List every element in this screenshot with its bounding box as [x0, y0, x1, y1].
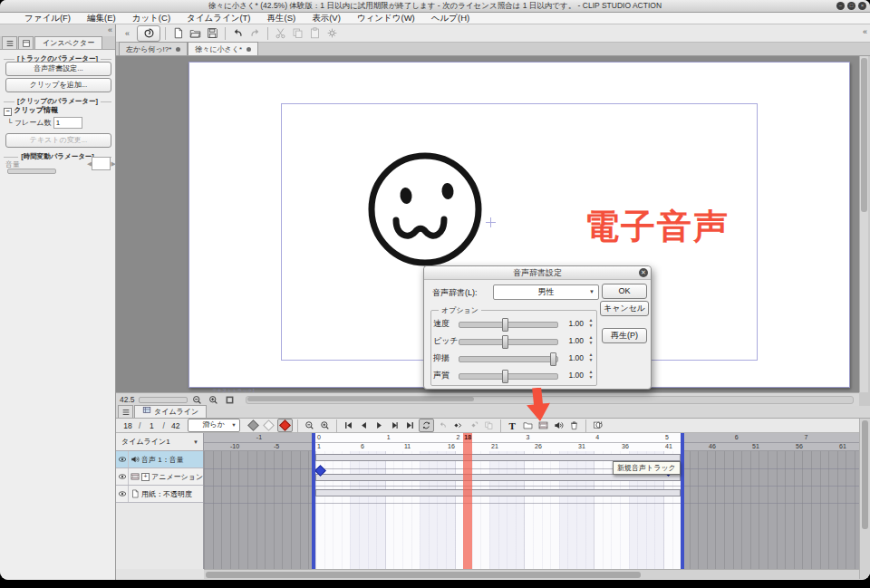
timeline-selector[interactable]: タイムライン1 ▼ — [116, 433, 203, 451]
keyframe-icon[interactable] — [246, 419, 260, 431]
slider-stepper[interactable]: ▲▼ — [587, 369, 594, 380]
new-text-track-button[interactable]: T — [506, 419, 519, 431]
slider-track[interactable] — [459, 339, 558, 345]
close-button[interactable]: × — [858, 2, 866, 10]
slider-track[interactable] — [459, 373, 558, 380]
menu-f[interactable]: ファイル(F) — [16, 13, 79, 24]
menu-w[interactable]: ウィンドウ(W) — [349, 13, 423, 24]
menu-c[interactable]: カット(C) — [124, 13, 179, 24]
volume-slider[interactable] — [7, 169, 56, 174]
timeline-zoom-out-button[interactable] — [303, 419, 316, 431]
undo-button[interactable] — [230, 26, 246, 41]
timeline-zoom-in-button[interactable] — [318, 419, 332, 431]
stepper-right-icon[interactable]: ▶ — [111, 158, 115, 170]
zoom-in-button[interactable] — [208, 394, 220, 405]
minimize-button[interactable]: − — [836, 2, 845, 10]
timeline-vscrollbar[interactable] — [859, 419, 870, 579]
clip-bar[interactable] — [315, 454, 681, 461]
volume-value-input[interactable] — [92, 157, 111, 170]
down-arrow-icon[interactable]: ▼ — [589, 340, 594, 345]
collapse-right-icon[interactable]: « — [863, 27, 867, 36]
zoom-slider[interactable] — [139, 397, 188, 403]
dictionary-select[interactable]: 男性 ▼ — [493, 284, 599, 300]
canvas-vscrollbar[interactable] — [859, 56, 868, 392]
canvas-hscroll-thumb[interactable] — [247, 397, 474, 401]
range-end-marker[interactable] — [681, 433, 684, 569]
eye-icon[interactable] — [116, 451, 129, 468]
clip-studio-logo-button[interactable] — [137, 25, 160, 42]
down-arrow-icon[interactable]: ▼ — [589, 357, 594, 362]
slider-track[interactable] — [459, 356, 558, 362]
go-to-end-button[interactable] — [403, 419, 417, 431]
onion-skin-button[interactable] — [591, 419, 604, 431]
open-file-button[interactable] — [188, 26, 203, 41]
keyframe-hollow-icon[interactable] — [262, 419, 276, 431]
enable-keyframe-edit-button[interactable] — [277, 419, 293, 432]
canvas-vscroll-thumb[interactable] — [861, 58, 867, 212]
track-row[interactable]: +アニメーションフォルダ — [116, 468, 203, 486]
maximize-button[interactable]: □ — [847, 2, 856, 10]
tab-inspector[interactable]: インスペクター — [34, 36, 102, 49]
end-frame-value[interactable]: 42 — [169, 421, 182, 430]
clip-info-node[interactable]: − クリップ情報 — [4, 105, 58, 116]
panel-window-tab[interactable] — [18, 36, 34, 49]
menu-s[interactable]: 再生(S) — [259, 13, 304, 24]
expand-icon[interactable]: + — [141, 473, 150, 481]
collapse-left-icon[interactable]: « — [108, 25, 112, 34]
frame-count-input[interactable]: 1 — [53, 117, 82, 129]
timeline-hscroll-thumb[interactable] — [206, 572, 641, 578]
playhead[interactable]: 18 — [463, 433, 472, 569]
timeline-list-tab[interactable] — [118, 405, 133, 418]
cancel-button[interactable]: キャンセル — [600, 301, 649, 316]
menu-v[interactable]: 表示(V) — [304, 13, 349, 24]
slider-stepper[interactable]: ▲▼ — [587, 352, 594, 362]
save-file-button[interactable] — [205, 26, 220, 41]
slider-handle[interactable] — [550, 352, 556, 366]
track-row[interactable]: 用紙：不透明度 — [116, 486, 203, 503]
go-to-start-button[interactable] — [342, 419, 355, 431]
timeline-hscrollbar[interactable] — [204, 569, 859, 579]
slider-handle[interactable] — [502, 318, 508, 332]
play-button[interactable] — [372, 419, 386, 431]
ok-button[interactable]: OK — [602, 284, 647, 299]
collapse-node-icon[interactable]: − — [4, 108, 12, 116]
current-frame-value[interactable]: 18 — [121, 421, 134, 430]
down-arrow-icon[interactable]: ▼ — [589, 374, 594, 380]
interpolation-select[interactable]: 滑らか▼ — [188, 419, 240, 432]
add-keyframe-button[interactable] — [451, 419, 465, 431]
tab-timeline[interactable]: タイムライン — [134, 405, 207, 418]
delete-track-button[interactable] — [567, 419, 581, 431]
collapse-left-panel-button[interactable]: « — [120, 26, 135, 41]
new-file-button[interactable] — [170, 26, 186, 41]
slider-track[interactable] — [459, 322, 558, 328]
timeline-vscroll-thumb[interactable] — [862, 420, 868, 529]
timeline-ruler[interactable]: -101234567 -10-5161116212631364146515661 — [204, 433, 859, 451]
dialog-title-bar[interactable]: 音声辞書設定 ✕ — [424, 266, 651, 280]
menu-h[interactable]: ヘルプ(H) — [423, 13, 478, 24]
play-voice-button[interactable]: 再生(P) — [602, 328, 647, 343]
document-tab[interactable]: 徐々に小さく* — [188, 42, 258, 55]
document-tab[interactable]: 左から何っ!?* — [119, 42, 188, 55]
dialog-close-icon[interactable]: ✕ — [639, 268, 648, 277]
panel-list-tab[interactable] — [2, 36, 17, 49]
zoom-out-button[interactable] — [191, 394, 204, 405]
menu-e[interactable]: 編集(E) — [79, 13, 124, 24]
add-clip-button[interactable]: クリップを追加... — [5, 78, 111, 92]
slider-handle[interactable] — [502, 370, 508, 383]
down-arrow-icon[interactable]: ▼ — [589, 323, 594, 328]
clip-bar[interactable] — [315, 474, 681, 481]
prev-frame-button[interactable] — [357, 419, 371, 431]
range-start-marker[interactable] — [312, 433, 315, 569]
next-frame-button[interactable] — [388, 419, 401, 431]
slider-handle[interactable] — [502, 335, 508, 349]
menu-t[interactable]: タイムライン(T) — [179, 13, 258, 24]
fit-view-button[interactable] — [224, 394, 237, 405]
clip-bar[interactable] — [315, 489, 681, 496]
eye-icon[interactable] — [116, 468, 129, 485]
loop-playback-button[interactable] — [419, 419, 434, 432]
timeline-track-area[interactable]: -101234567 -10-5161116212631364146515661… — [204, 433, 859, 569]
track-row[interactable]: 音声 1：音量 — [116, 451, 203, 468]
slider-stepper[interactable]: ▲▼ — [587, 317, 594, 328]
voice-dictionary-settings-button[interactable]: 音声辞書設定... — [5, 62, 111, 76]
eye-icon[interactable] — [116, 486, 129, 502]
